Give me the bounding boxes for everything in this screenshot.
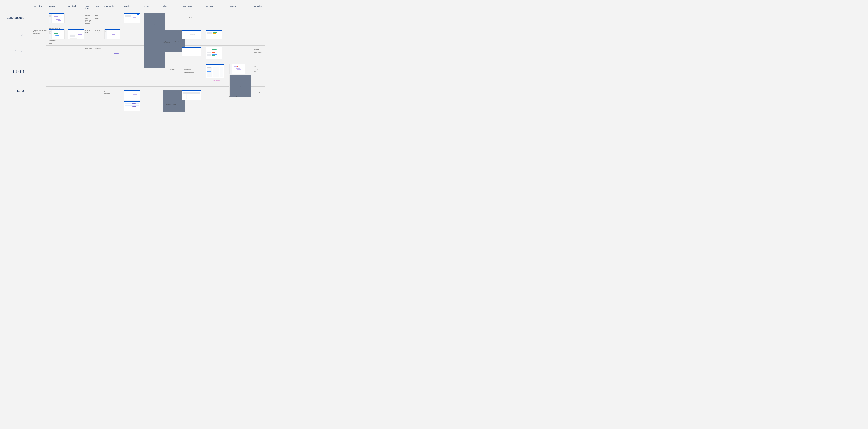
col-filters: Filters bbox=[95, 5, 99, 7]
thumb-33-releases[interactable] bbox=[206, 64, 224, 78]
thumb-30-team-capacity[interactable]: coming soon bbox=[182, 30, 202, 39]
thumb-31-team-capacity[interactable] bbox=[182, 47, 202, 56]
note-30-roadmap-bottom: Status catagory team custom bbox=[49, 40, 56, 45]
col-bulk-actions: Bulk actions bbox=[254, 5, 262, 7]
note-later-warnings: Release heirachy bbox=[229, 96, 238, 98]
note-33-bulk: Rank Release Schedule dates Team bbox=[254, 66, 261, 72]
thumb-30-issue-details[interactable] bbox=[68, 29, 84, 39]
row-30: 3.0 bbox=[0, 33, 30, 37]
thumb-later-team-capacity[interactable] bbox=[182, 90, 202, 100]
col-share: Share bbox=[163, 5, 167, 7]
roadmap-planning-matrix: Plan Settings Roadmap Issue details Tabl… bbox=[0, 0, 267, 116]
note-31-table-fields: Custom fields bbox=[85, 48, 92, 49]
note-30-filters: Blocked by… Blocking bbox=[95, 30, 101, 33]
note-later-share: Saving links previously shared bbox=[166, 104, 176, 107]
row-33-34: 3.3 - 3.4 bbox=[0, 70, 30, 74]
note-ea-filters: Project Teams Releases Heirachy bbox=[95, 13, 99, 20]
col-optimise: Optimise bbox=[124, 5, 130, 7]
thumb-30-releases[interactable] bbox=[206, 30, 222, 39]
col-team-capacity: Team Capacity bbox=[182, 5, 193, 7]
col-roadmap: Roadmap bbox=[49, 5, 55, 7]
thumb-31-dependencies[interactable] bbox=[104, 48, 120, 55]
col-releases: Releases bbox=[206, 5, 213, 7]
row-later: Later bbox=[0, 89, 30, 93]
row-31-32: 3.1 - 3.2 bbox=[0, 49, 30, 53]
thumb-30-roadmap[interactable] bbox=[49, 29, 65, 39]
row-sep-early-access bbox=[46, 11, 265, 11]
thumb-33-warnings-1[interactable] bbox=[229, 64, 245, 74]
note-33-share: Confluence macro bbox=[169, 69, 175, 72]
note-ea-table-fields: Status breakdown Releases Teams Sprint I… bbox=[85, 13, 94, 24]
note-30-table-fields: Blocked by, Blocking bbox=[85, 30, 91, 33]
thumb-33-warnings-2[interactable] bbox=[229, 75, 251, 97]
row-early-access: Early access bbox=[0, 16, 30, 20]
note-33-team-capacity: Scenario sprints Parallel sprint support bbox=[184, 69, 194, 74]
col-warnings: Warnings bbox=[229, 5, 236, 7]
note-31-bulk: Multi select Parent link Exclude from pl… bbox=[254, 49, 262, 54]
col-issue-details: Issue details bbox=[68, 5, 76, 7]
note-31-filters: Custom fields bbox=[95, 48, 101, 49]
note-later-dependencies: External plan dependencies Email alerts bbox=[104, 91, 117, 94]
thumb-ea-optimise[interactable] bbox=[124, 13, 140, 24]
note-33-releases-kanban: lol not kanban? bbox=[213, 80, 220, 82]
col-plan-settings: Plan Settings bbox=[33, 5, 42, 7]
col-update: Update bbox=[144, 5, 149, 7]
thumb-30-dependencies[interactable] bbox=[104, 29, 120, 39]
note-ea-warnings: Frankenstien bbox=[211, 17, 217, 19]
thumb-31-releases[interactable] bbox=[206, 47, 222, 59]
thumb-31-update[interactable] bbox=[144, 47, 165, 68]
thumb-later-optimise-2[interactable] bbox=[124, 101, 140, 111]
note-30-share: Compact mode (inc heiracy level) Filter … bbox=[163, 40, 179, 44]
note-ea-releases: Frankenstien bbox=[189, 17, 195, 19]
col-dependencies: Dependencies bbox=[104, 5, 115, 7]
note-30-roadmap-top: Swimlanes: project, team bbox=[49, 27, 61, 29]
thumb-later-share[interactable] bbox=[163, 90, 185, 112]
col-table-fields: Table fields bbox=[85, 5, 89, 9]
column-headers: Plan Settings Roadmap Issue details Tabl… bbox=[0, 5, 267, 11]
thumb-later-optimise-1[interactable] bbox=[124, 90, 140, 100]
note-later-bulk: Custom fields bbox=[254, 92, 260, 94]
thumb-ea-roadmap[interactable] bbox=[49, 13, 65, 24]
note-30-plan-settings: Auto assign label / component Permission… bbox=[33, 30, 47, 36]
